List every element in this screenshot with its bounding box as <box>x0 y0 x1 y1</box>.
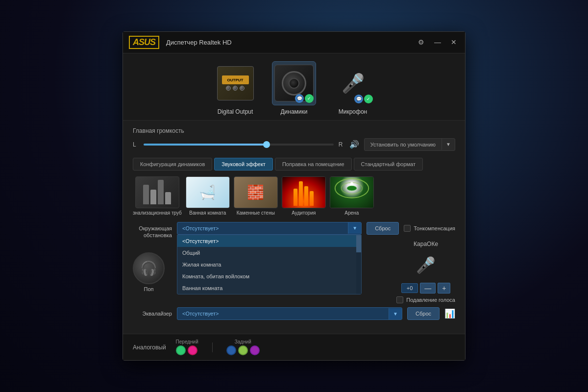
dropdown-scrollbar-thumb[interactable] <box>356 235 361 252</box>
analog-port-front-green[interactable] <box>176 345 186 355</box>
surround-row-label-wrapper: Окружающаяобстановка <box>133 222 172 239</box>
eq-reset-button[interactable]: Сброс <box>407 307 440 320</box>
effect-item-arena[interactable]: Арена <box>330 176 374 216</box>
content-area: Главная громкость L R 🔊 Установить по ум… <box>123 120 465 334</box>
effect-item-stone[interactable]: 🧱 Каменные стены <box>234 176 278 216</box>
settings-button[interactable]: ⚙ <box>416 37 427 47</box>
analog-front-group: Передний <box>176 339 198 355</box>
analog-port-back-blue[interactable] <box>226 345 236 355</box>
window-controls: ⚙ — ✕ <box>416 37 459 47</box>
speaker-cone-inner <box>289 78 299 89</box>
set-default-button[interactable]: Установить по умолчанию <box>365 139 441 150</box>
digi-knobs <box>226 86 245 91</box>
eq-bars-icon[interactable]: 📊 <box>444 308 455 319</box>
volume-slider-fill <box>144 144 267 146</box>
karaoke-controls: +0 — + <box>401 283 451 294</box>
effect-label-auditory: Аудитория <box>292 210 316 216</box>
eq-dropdown-text: <Отсутствует> <box>177 308 389 319</box>
aud-col-1 <box>294 189 297 206</box>
mic-check-badge: ✓ <box>364 95 373 103</box>
dropdown-item-bath[interactable]: Ванная комната <box>177 282 361 294</box>
chat-badge-icon: 💬 <box>295 94 304 103</box>
device-icon-wrapper-speakers: 💬 ✓ <box>272 61 316 105</box>
close-button[interactable]: ✕ <box>448 37 459 47</box>
device-icon-wrapper-mic: 🎤 💬 ✓ <box>331 61 375 105</box>
karaoke-label: КараОКе <box>414 241 438 247</box>
surround-label: Окружающаяобстановка <box>133 225 172 239</box>
effect-thumb-stone: 🧱 <box>234 176 278 208</box>
volume-slider-track[interactable] <box>144 144 334 146</box>
analog-label: Аналоговый <box>133 344 166 351</box>
effect-label-pipe: знализационная труб <box>133 210 182 216</box>
surround-reset-button[interactable]: Сброс <box>367 222 399 235</box>
tabs-row: Конфигурация динамиков Звуковой эффект П… <box>133 158 455 171</box>
effect-label-bathroom: Ванная комната <box>189 210 226 216</box>
dropdown-item-padded[interactable]: Комната, обитая войлоком <box>177 270 361 282</box>
surround-dropdown[interactable]: <Отсутствует> ▼ <box>177 222 362 235</box>
aud-col-4 <box>310 191 314 206</box>
arena-vis <box>330 177 373 208</box>
device-item-microphone[interactable]: 🎤 💬 ✓ Микрофон <box>331 61 375 115</box>
analog-front-label: Передний <box>176 339 198 344</box>
tab-format[interactable]: Стандартный формат <box>354 158 423 171</box>
default-btn-dropdown-arrow[interactable]: ▼ <box>441 139 455 150</box>
minimize-button[interactable]: — <box>432 37 443 47</box>
svg-point-3 <box>350 182 353 185</box>
digi-knob-1 <box>226 86 231 91</box>
surround-section: Окружающаяобстановка <Отсутствует> ▼ <От… <box>133 222 455 239</box>
arena-svg <box>330 176 373 208</box>
analog-back-ports <box>226 345 260 355</box>
dropdown-item-living[interactable]: Жилая комната <box>177 259 361 270</box>
effect-thumb-pipe <box>135 176 179 208</box>
digi-knob-2 <box>233 86 238 91</box>
surround-dropdown-scroll[interactable]: <Отсутствует> Общий Жилая комната Комнат… <box>177 235 361 294</box>
toncomp-checkbox[interactable] <box>404 225 411 232</box>
volume-icon: 🔊 <box>349 140 359 149</box>
eq-dropdown[interactable]: <Отсутствует> ▼ <box>177 307 402 320</box>
eq-dropdown-arrow[interactable]: ▼ <box>389 308 402 319</box>
voice-suppress-wrapper: Подавление голоса <box>396 296 455 303</box>
analog-port-back-lime[interactable] <box>238 345 248 355</box>
volume-slider-thumb[interactable] <box>263 141 270 148</box>
tab-config[interactable]: Конфигурация динамиков <box>133 158 212 171</box>
analog-port-front-pink[interactable] <box>188 345 197 355</box>
digital-output-icon: OUTPUT <box>217 66 254 100</box>
tab-effect[interactable]: Звуковой эффект <box>214 158 273 171</box>
effect-item-bathroom[interactable]: 🛁 Ванная комната <box>186 176 230 216</box>
title-bar: ASUS Диспетчер Realtek HD ⚙ — ✕ <box>123 32 465 53</box>
toncomp-checkbox-wrapper: Тонкомпенсация <box>404 222 455 232</box>
device-item-speakers[interactable]: 💬 ✓ Динамики <box>272 61 316 115</box>
speaker-cone <box>282 71 306 96</box>
mic-status-badge: 💬 ✓ <box>354 95 373 103</box>
tab-room[interactable]: Поправка на помещение <box>275 158 352 171</box>
pipe-seg-1 <box>143 185 149 204</box>
pop-icon: 🎧 <box>133 252 165 284</box>
karaoke-plus-button[interactable]: + <box>438 283 450 294</box>
analog-port-back-darkpink[interactable] <box>250 345 260 355</box>
vol-right-label: R <box>339 141 344 148</box>
effect-item-auditory[interactable]: Аудитория <box>282 176 326 216</box>
mic-body: 🎤 <box>342 74 365 93</box>
dropdown-scrollbar-track <box>356 235 361 294</box>
surround-dropdown-arrow[interactable]: ▼ <box>348 222 361 234</box>
voice-suppress-checkbox[interactable] <box>396 296 403 303</box>
pipe-seg-2 <box>150 190 156 204</box>
device-tabs: OUTPUT Digital Output <box>123 53 465 120</box>
effect-item-pipe[interactable]: знализационная труб <box>133 176 182 216</box>
aud-col-3 <box>304 186 308 206</box>
dropdown-item-general[interactable]: Общий <box>177 247 361 259</box>
digi-knob-3 <box>240 86 245 91</box>
bathroom-vis: 🛁 <box>186 177 229 208</box>
toncomp-label: Тонкомпенсация <box>414 225 455 231</box>
asus-logo: ASUS <box>129 36 159 49</box>
dropdown-item-absent[interactable]: <Отсутствует> <box>177 235 361 247</box>
device-item-digital-output[interactable]: OUTPUT Digital Output <box>213 61 257 115</box>
analog-front-ports <box>176 345 198 355</box>
auditory-vis <box>282 177 325 208</box>
bottom-effect-pop[interactable]: 🎧 Поп <box>133 252 165 292</box>
effect-label-stone: Каменные стены <box>237 210 275 216</box>
analog-back-label: Задний <box>226 339 260 344</box>
speakers-status-badge: 💬 ✓ <box>295 94 314 103</box>
karaoke-minus-button[interactable]: — <box>420 283 436 294</box>
check-badge-icon: ✓ <box>305 94 314 103</box>
